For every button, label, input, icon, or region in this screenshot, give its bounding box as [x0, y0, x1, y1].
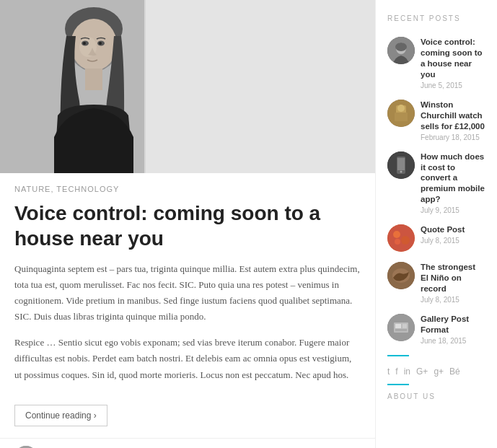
sidebar-social-icons: t f in G+ g+ Bé	[387, 366, 485, 377]
svg-rect-36	[403, 324, 407, 328]
svg-rect-1	[130, 0, 375, 173]
main-content: NATURE, TECHNOLOGY Voice control: coming…	[0, 0, 375, 448]
recent-posts-title: RECENT POSTS	[387, 14, 485, 25]
recent-post-info-5: The strongest El Niño on record July 8, …	[421, 262, 485, 304]
recent-post-date-4: July 8, 2015	[421, 237, 485, 245]
svg-point-29	[401, 236, 410, 245]
sidebar-linkedin-icon[interactable]: in	[404, 366, 410, 377]
recent-post-item-6[interactable]: Gallery Post Format June 18, 2015	[387, 314, 485, 345]
recent-post-title-5[interactable]: The strongest El Niño on record	[421, 262, 485, 294]
svg-rect-37	[395, 329, 407, 331]
recent-post-thumb-6	[387, 314, 415, 341]
sidebar-behance-icon[interactable]: Bé	[449, 366, 460, 377]
recent-post-item-3[interactable]: How much does it cost to convert a premi…	[387, 151, 485, 215]
recent-post-date-3: July 9, 2015	[421, 206, 485, 214]
svg-point-22	[397, 105, 405, 112]
svg-rect-21	[395, 113, 408, 121]
recent-post-title-4[interactable]: Quote Post	[421, 224, 485, 235]
recent-post-title-6[interactable]: Gallery Post Format	[421, 314, 485, 335]
continue-reading-button[interactable]: Continue reading ›	[14, 405, 107, 426]
recent-post-item-5[interactable]: The strongest El Niño on record July 8, …	[387, 262, 485, 304]
sidebar: RECENT POSTS Voice control: coming soon …	[375, 0, 497, 448]
avatar-image	[14, 446, 38, 448]
recent-post-info-6: Gallery Post Format June 18, 2015	[421, 314, 485, 345]
recent-post-date-6: June 18, 2015	[421, 337, 485, 345]
svg-rect-25	[397, 158, 405, 170]
recent-post-thumb-4	[387, 224, 415, 252]
svg-point-30	[395, 239, 400, 245]
svg-point-26	[400, 170, 403, 172]
svg-point-28	[393, 231, 400, 238]
svg-rect-35	[395, 324, 401, 328]
recent-post-date-2: February 18, 2015	[421, 133, 485, 141]
post-paragraph-1: Quinquaginta septem est – pars tua, trig…	[14, 261, 361, 325]
recent-post-date-5: July 8, 2015	[421, 296, 485, 304]
recent-post-info-3: How much does it cost to convert a premi…	[421, 151, 485, 215]
svg-point-27	[387, 224, 415, 252]
recent-post-item-4[interactable]: Quote Post July 8, 2015	[387, 224, 485, 252]
sidebar-divider-2	[387, 384, 409, 385]
sidebar-instagram-icon[interactable]: g+	[434, 366, 444, 377]
page-layout: NATURE, TECHNOLOGY Voice control: coming…	[0, 0, 497, 448]
recent-post-thumb-1	[387, 37, 415, 64]
post-categories: NATURE, TECHNOLOGY	[0, 173, 375, 196]
svg-rect-12	[144, 0, 146, 173]
category-technology[interactable]: TECHNOLOGY	[56, 185, 119, 193]
recent-post-title-3[interactable]: How much does it cost to convert a premi…	[421, 151, 485, 206]
svg-point-18	[395, 43, 407, 51]
category-nature[interactable]: NATURE	[14, 185, 50, 193]
sidebar-twitter-icon[interactable]: t	[387, 366, 390, 377]
post-body: Quinquaginta septem est – pars tua, trig…	[0, 261, 375, 400]
svg-rect-6	[85, 69, 102, 90]
recent-post-thumb-2	[387, 100, 415, 127]
recent-post-info-1: Voice control: coming soon to a house ne…	[421, 37, 485, 89]
sidebar-googleplus-icon[interactable]: G+	[416, 366, 428, 377]
sidebar-facebook-icon[interactable]: f	[395, 366, 397, 377]
sidebar-divider-1	[387, 355, 409, 356]
svg-point-10	[83, 42, 86, 45]
hero-image	[0, 0, 375, 173]
recent-post-title-1[interactable]: Voice control: coming soon to a house ne…	[421, 37, 485, 80]
svg-point-13	[14, 446, 38, 448]
hero-svg	[0, 0, 375, 173]
recent-post-item-1[interactable]: Voice control: coming soon to a house ne…	[387, 37, 485, 89]
post-title: Voice control: coming soon to a house ne…	[0, 196, 375, 261]
recent-post-info-4: Quote Post July 8, 2015	[421, 224, 485, 245]
post-paragraph-2: Respice … Sentio sicut ego vobis exponam…	[14, 335, 361, 382]
recent-post-info-2: Winston Churchill watch sells for £12,00…	[421, 100, 485, 141]
recent-post-thumb-5	[387, 262, 415, 289]
recent-post-date-1: June 5, 2015	[421, 82, 485, 89]
post-footer: Michael Scotch t f in G+ g+ 💬 2 4 months	[0, 438, 375, 448]
author-avatar	[14, 446, 38, 448]
about-us-title: ABOUT US	[387, 392, 485, 400]
recent-post-thumb-3	[387, 151, 415, 179]
recent-post-item-2[interactable]: Winston Churchill watch sells for £12,00…	[387, 100, 485, 141]
svg-point-11	[99, 42, 102, 45]
recent-post-title-2[interactable]: Winston Churchill watch sells for £12,00…	[421, 100, 485, 132]
